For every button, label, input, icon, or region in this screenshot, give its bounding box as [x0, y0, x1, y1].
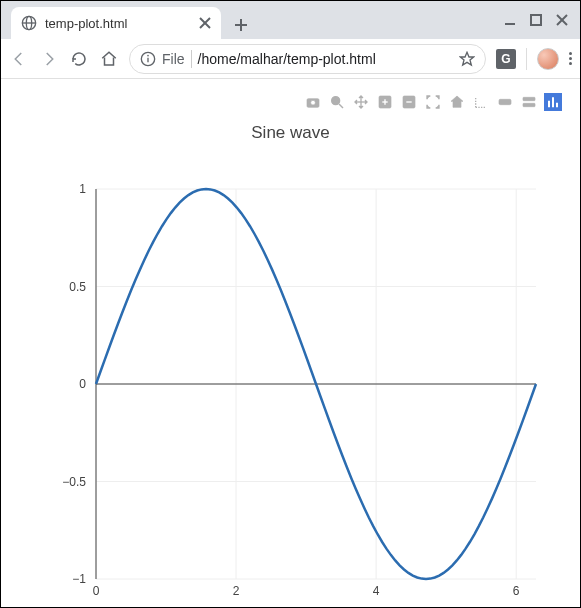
svg-point-16	[311, 100, 316, 105]
reset-axes-icon[interactable]	[448, 93, 466, 111]
profile-avatar[interactable]	[537, 48, 559, 70]
maximize-icon[interactable]	[530, 14, 542, 26]
url-scheme: File	[162, 51, 185, 67]
zoom-icon[interactable]	[328, 93, 346, 111]
y-tick-label: −1	[72, 572, 86, 586]
tab-title: temp-plot.html	[45, 16, 191, 31]
y-tick-label: 0	[79, 377, 86, 391]
svg-rect-30	[499, 99, 511, 104]
minimize-icon[interactable]	[504, 14, 516, 26]
home-button[interactable]	[99, 49, 119, 69]
page-content: Sine wave 0246−1−0.500.51	[1, 79, 580, 607]
svg-point-13	[147, 54, 149, 56]
camera-icon[interactable]	[304, 93, 322, 111]
browser-window: temp-plot.html File /home/malhar/temp-pl…	[0, 0, 581, 608]
chart-title: Sine wave	[1, 123, 580, 143]
pan-icon[interactable]	[352, 93, 370, 111]
reload-button[interactable]	[69, 49, 89, 69]
menu-button[interactable]	[569, 52, 572, 65]
back-button[interactable]	[9, 49, 29, 69]
plotly-logo-icon[interactable]	[544, 93, 562, 111]
hover-compare-icon[interactable]	[520, 93, 538, 111]
hover-closest-icon[interactable]	[496, 93, 514, 111]
y-tick-label: 0.5	[69, 280, 86, 294]
info-icon[interactable]	[140, 51, 156, 67]
x-tick-label: 4	[373, 584, 380, 598]
plotly-modebar	[304, 93, 562, 111]
svg-marker-14	[460, 52, 473, 65]
globe-icon	[21, 15, 37, 31]
autoscale-icon[interactable]	[424, 93, 442, 111]
close-window-icon[interactable]	[556, 14, 568, 26]
svg-rect-8	[531, 15, 541, 25]
window-controls	[504, 1, 580, 39]
bookmark-star-icon[interactable]	[459, 51, 475, 67]
spike-lines-icon[interactable]	[472, 93, 490, 111]
tab-active[interactable]: temp-plot.html	[11, 7, 221, 39]
x-tick-label: 6	[513, 584, 520, 598]
url-box[interactable]: File /home/malhar/temp-plot.html	[129, 44, 486, 74]
separator	[526, 48, 527, 70]
extension-badge[interactable]: G	[496, 49, 516, 69]
address-bar: File /home/malhar/temp-plot.html G	[1, 39, 580, 79]
tab-strip: temp-plot.html	[1, 1, 580, 39]
y-tick-label: 1	[79, 182, 86, 196]
chart-plot[interactable]: 0246−1−0.500.51	[31, 179, 551, 608]
svg-rect-32	[523, 103, 535, 106]
close-icon[interactable]	[199, 17, 211, 29]
new-tab-button[interactable]	[227, 11, 255, 39]
x-tick-label: 0	[93, 584, 100, 598]
separator	[191, 50, 192, 68]
forward-button[interactable]	[39, 49, 59, 69]
svg-line-18	[339, 104, 343, 108]
svg-rect-31	[523, 97, 535, 100]
url-path: /home/malhar/temp-plot.html	[198, 51, 376, 67]
zoom-out-icon[interactable]	[400, 93, 418, 111]
x-tick-label: 2	[233, 584, 240, 598]
zoom-in-icon[interactable]	[376, 93, 394, 111]
y-tick-label: −0.5	[62, 475, 86, 489]
